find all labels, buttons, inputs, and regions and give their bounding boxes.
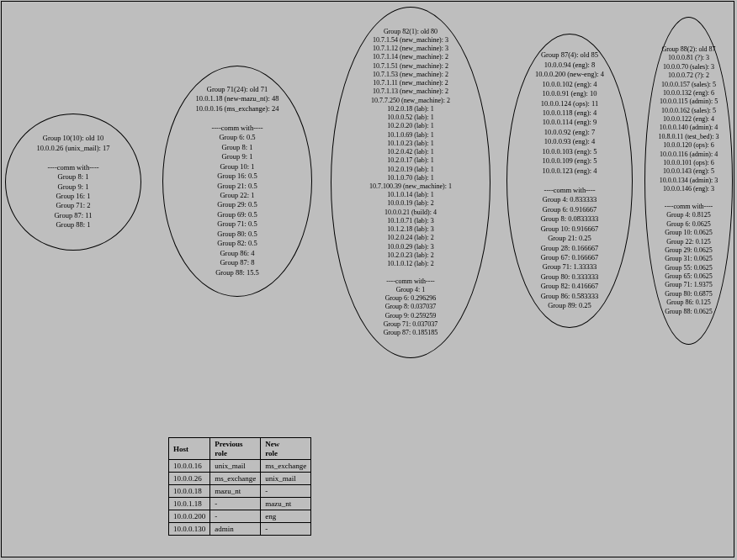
node-line: 10.0.0.123 (eng): 4 bbox=[543, 166, 597, 176]
node-line: 10.2.0.42 (lab): 1 bbox=[387, 148, 433, 156]
node-line: 10.0.0.134 (admin): 3 bbox=[660, 177, 718, 185]
group-71-node: Group 71(24): old 71 10.0.1.18 (new-mazu… bbox=[162, 66, 312, 297]
node-line: 10.1.0.70 (lab): 1 bbox=[387, 174, 433, 182]
node-line: Group 10: 0.916667 bbox=[541, 225, 599, 234]
table-row: 10.0.0.18mazu_nt- bbox=[169, 485, 311, 498]
node-line: Group 88: 15.5 bbox=[215, 268, 259, 277]
node-line: Group 71: 0.037037 bbox=[384, 320, 438, 329]
node-sep: ----comm with---- bbox=[665, 203, 713, 211]
node-title: Group 71(24): old 71 bbox=[207, 85, 268, 94]
node-line: 10.1.0.69 (lab): 1 bbox=[387, 131, 433, 140]
node-line: Group 55: 0.0625 bbox=[665, 264, 713, 272]
node-line: Group 22: 0.125 bbox=[666, 238, 711, 246]
node-line: Group 80: 0.5 bbox=[217, 230, 257, 239]
node-line: 10.0.0.157 (sales): 5 bbox=[661, 81, 716, 89]
node-line: 10.7.1.11 (new_machine): 2 bbox=[373, 79, 448, 87]
node-line: 10.8.0.11 (test_bed): 3 bbox=[659, 133, 719, 141]
node-line: 10.1.0.23 (lab): 1 bbox=[387, 140, 433, 148]
node-line: Group 8: 0.037037 bbox=[385, 303, 437, 311]
node-title: Group 88(2): old 87 bbox=[661, 45, 715, 54]
node-line: Group 71: 1.33333 bbox=[543, 262, 596, 272]
node-line: 10.2.0.17 (lab): 1 bbox=[387, 156, 433, 165]
node-line: 10.0.0.81 (?): 3 bbox=[668, 54, 709, 62]
node-line: 10.0.0.16 (ms_exchange): 24 bbox=[196, 104, 279, 114]
role-change-table: Host Previous New role role 10.0.0.16uni… bbox=[168, 437, 311, 536]
th-new2: role bbox=[261, 449, 311, 460]
node-line: Group 28: 0.166667 bbox=[541, 244, 599, 253]
node-line: 10.0.0.162 (sales): 5 bbox=[661, 107, 716, 115]
node-line: 10.0.0.93 (eng): 4 bbox=[544, 137, 596, 146]
node-line: Group 88: 0.0625 bbox=[665, 308, 713, 316]
node-line: 10.0.0.72 (?): 2 bbox=[668, 71, 709, 80]
node-line: Group 6: 0.5 bbox=[219, 133, 255, 142]
group-82-node: Group 82(1): old 80 10.7.1.54 (new_machi… bbox=[331, 7, 490, 358]
node-line: Group 86: 0.125 bbox=[666, 298, 711, 307]
node-line: 10.0.0.29 (lab): 3 bbox=[387, 243, 433, 251]
node-line: 10.0.0.52 (lab): 1 bbox=[387, 114, 433, 122]
node-line: 10.0.0.92 (eng): 7 bbox=[544, 128, 596, 137]
node-line: 10.7.1.54 (new_machine): 3 bbox=[373, 36, 448, 45]
node-line: Group 8: 0.0833333 bbox=[541, 214, 599, 224]
node-line: 10.0.0.91 (eng): 10 bbox=[543, 89, 597, 98]
node-line: 10.7.7.250 (new_machine): 2 bbox=[371, 97, 450, 105]
table-row: 10.0.0.26ms_exchangeunix_mail bbox=[169, 473, 311, 485]
node-line: Group 29: 0.5 bbox=[217, 200, 257, 209]
node-line: Group 9: 0.259259 bbox=[385, 312, 437, 320]
node-line: 10.7.1.14 (new_machine): 2 bbox=[373, 53, 448, 61]
node-title: Group 82(1): old 80 bbox=[384, 28, 437, 36]
th-host: Host bbox=[169, 438, 210, 460]
node-line: Group 65: 0.0625 bbox=[665, 272, 713, 281]
node-line: Group 16: 0.5 bbox=[217, 172, 257, 181]
node-line: 10.0.0.200 (new-eng): 4 bbox=[535, 70, 604, 79]
node-line: 10.0.0.26 (unix_mail): 17 bbox=[36, 144, 109, 153]
th-prev2: role bbox=[210, 449, 261, 460]
node-line: 10.0.0.124 (ops): 11 bbox=[541, 99, 598, 108]
node-line: 10.7.1.13 (new_machine): 2 bbox=[373, 87, 448, 96]
node-sep: ----comm with---- bbox=[543, 186, 595, 195]
node-line: Group 87: 11 bbox=[54, 211, 92, 220]
node-line: Group 6: 0.916667 bbox=[543, 205, 596, 214]
table-row: 10.0.0.16unix_mailms_exchange bbox=[169, 460, 311, 473]
node-line: Group 16: 1 bbox=[56, 192, 90, 201]
node-line: 10.2.0.18 (lab): 1 bbox=[387, 105, 433, 114]
node-line: 10.0.0.120 (ops): 6 bbox=[663, 141, 714, 150]
node-title: Group 87(4): old 85 bbox=[541, 50, 598, 60]
node-line: Group 21: 0.5 bbox=[217, 182, 257, 191]
node-sep: ----comm with---- bbox=[211, 124, 262, 133]
node-line: 10.7.1.51 (new_machine): 2 bbox=[373, 62, 448, 71]
node-line: 10.7.100.39 (new_machine): 1 bbox=[369, 182, 452, 191]
node-line: 10.0.0.101 (ops): 6 bbox=[663, 159, 714, 167]
node-line: Group 82: 0.5 bbox=[217, 239, 257, 248]
node-line: 10.0.0.118 (eng): 4 bbox=[543, 108, 597, 118]
node-line: Group 82: 0.416667 bbox=[541, 282, 599, 291]
node-line: 10.0.0.114 (eng): 9 bbox=[543, 118, 597, 127]
node-line: 10.0.0.122 (eng): 4 bbox=[663, 115, 714, 124]
node-line: Group 87: 8 bbox=[220, 258, 254, 267]
node-line: Group 86: 0.583333 bbox=[541, 292, 599, 301]
node-line: Group 10: 1 bbox=[220, 162, 254, 172]
node-line: 10.1.0.71 (lab): 3 bbox=[387, 217, 433, 225]
node-line: 10.0.0.102 (eng): 4 bbox=[543, 80, 597, 89]
node-line: Group 80: 0.333333 bbox=[541, 272, 599, 282]
node-line: 10.0.0.116 (admin): 4 bbox=[660, 151, 718, 159]
table-row: 10.0.1.18-mazu_nt bbox=[169, 498, 311, 510]
node-line: Group 71: 0.5 bbox=[217, 219, 257, 229]
node-line: 10.2.0.24 (lab): 2 bbox=[387, 234, 433, 242]
group-10-node: Group 10(10): old 10 10.0.0.26 (unix_mai… bbox=[5, 114, 141, 251]
table-row: 10.0.0.200-eng bbox=[169, 510, 311, 523]
node-line: 10.2.0.19 (lab): 1 bbox=[387, 166, 433, 174]
node-line: 10.1.0.14 (lab): 1 bbox=[387, 191, 433, 199]
node-line: 10.7.1.53 (new_machine): 2 bbox=[373, 71, 448, 79]
node-line: Group 6: 0.296296 bbox=[385, 294, 437, 303]
node-title: Group 10(10): old 10 bbox=[43, 134, 103, 143]
node-line: 10.0.0.94 (eng): 8 bbox=[544, 61, 596, 70]
node-line: 10.7.1.12 (new_machine): 3 bbox=[373, 45, 448, 53]
node-line: Group 10: 0.0625 bbox=[665, 229, 713, 237]
node-line: 10.0.0.19 (lab): 2 bbox=[387, 199, 433, 208]
th-prev: Previous bbox=[210, 438, 261, 450]
node-line: Group 71: 1.9375 bbox=[665, 281, 713, 289]
node-line: 10.0.0.143 (eng): 5 bbox=[663, 167, 714, 176]
node-line: Group 22: 1 bbox=[220, 191, 254, 200]
node-line: Group 29: 0.0625 bbox=[665, 246, 713, 255]
node-line: Group 8: 1 bbox=[58, 172, 89, 182]
